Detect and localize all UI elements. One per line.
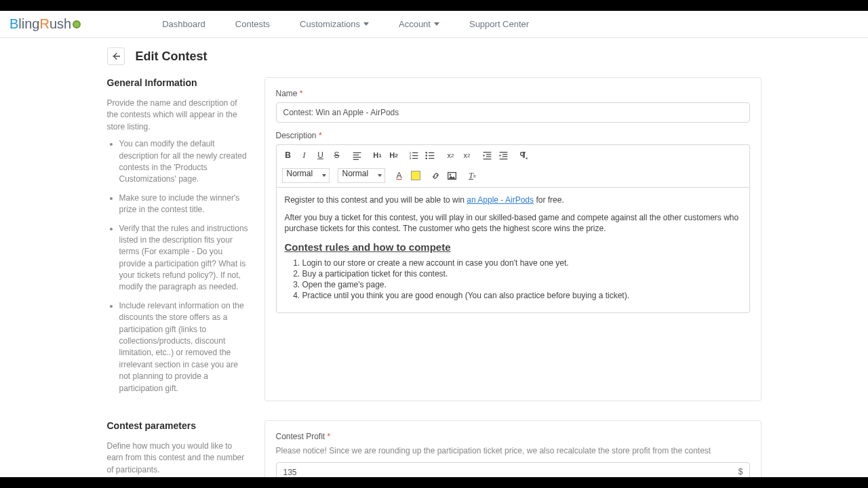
nav-account[interactable]: Account — [399, 19, 439, 29]
indent-button[interactable] — [498, 149, 510, 161]
underline-button[interactable]: U — [315, 149, 327, 161]
rule-item: Login to our store or create a new accou… — [302, 258, 741, 268]
unordered-list-button[interactable] — [425, 149, 437, 161]
svg-text:3: 3 — [410, 157, 412, 160]
size-select[interactable]: Normal — [338, 168, 385, 183]
image-icon — [447, 171, 457, 181]
svg-point-5 — [425, 157, 427, 159]
svg-point-4 — [425, 155, 427, 157]
description-editor[interactable]: Register to this contest and you will be… — [276, 187, 750, 313]
letterbox-bottom — [0, 477, 868, 488]
chevron-down-icon — [363, 22, 369, 26]
nav-support[interactable]: Support Center — [469, 19, 529, 29]
list-ul-icon — [425, 150, 435, 161]
description-label: Description * — [276, 131, 750, 140]
rule-item: Buy a participation ticket for this cont… — [302, 269, 741, 279]
main-nav: Dashboard Contests Customizations Accoun… — [162, 19, 529, 29]
back-button[interactable] — [107, 47, 125, 65]
rules-heading: Contest rules and how to compete — [285, 241, 741, 253]
arrow-left-icon — [111, 51, 121, 62]
section-intro: Provide the name and description of the … — [107, 98, 250, 133]
h2-button[interactable]: H2 — [388, 149, 400, 161]
section-intro: Define how much you would like to earn f… — [107, 441, 250, 476]
letterbox-top — [0, 0, 868, 11]
direction-icon — [519, 150, 529, 161]
info-bullet: Include relevant information on the disc… — [119, 300, 250, 394]
text-color-button[interactable]: A — [393, 169, 406, 182]
superscript-button[interactable]: x2 — [461, 149, 473, 161]
chevron-down-icon — [322, 174, 326, 177]
prize-link[interactable]: an Apple - AirPods — [467, 195, 534, 205]
profit-label: Contest Profit * — [276, 432, 750, 441]
rule-item: Practice until you think you are good en… — [302, 291, 741, 300]
chevron-down-icon — [378, 174, 382, 177]
strike-button[interactable]: S — [331, 149, 343, 161]
h1-button[interactable]: H1 — [372, 149, 384, 161]
direction-button[interactable] — [518, 149, 530, 161]
highlight-button[interactable] — [410, 169, 422, 182]
align-icon — [352, 150, 362, 161]
name-label: Name * — [276, 89, 750, 98]
ordered-list-button[interactable]: 123 — [408, 149, 420, 161]
section-heading: Contest parameters — [107, 420, 250, 431]
editor-toolbar: B I U S H1 H2 123 — [276, 144, 750, 187]
info-bullet: You can modify the default description f… — [119, 138, 250, 186]
general-info-card: Name * Description * B I U S H1 — [264, 77, 762, 401]
name-input[interactable] — [276, 102, 750, 123]
svg-point-7 — [450, 174, 452, 176]
nav-dashboard[interactable]: Dashboard — [162, 19, 205, 29]
indent-icon — [498, 150, 509, 161]
svg-point-3 — [425, 152, 427, 154]
italic-button[interactable]: I — [298, 149, 311, 161]
section-heading: General Information — [107, 77, 250, 88]
page-header: Edit Contest — [107, 47, 762, 65]
info-bullet: Verify that the rules and instructions l… — [119, 223, 250, 293]
nav-contests[interactable]: Contests — [235, 19, 270, 29]
profit-help: Please notice! Since we are rounding up … — [276, 445, 750, 457]
info-bullet: Make sure to include the winner's prize … — [119, 192, 250, 216]
page-title: Edit Contest — [136, 49, 208, 64]
align-button[interactable] — [351, 149, 363, 161]
outdent-button[interactable] — [481, 149, 494, 161]
image-button[interactable] — [446, 169, 458, 182]
currency-suffix: $ — [738, 467, 743, 476]
outdent-icon — [482, 150, 492, 161]
clear-format-button[interactable]: Tx — [467, 169, 479, 182]
nav-customizations[interactable]: Customizations — [300, 19, 369, 29]
link-icon — [431, 171, 441, 181]
brand-logo[interactable]: BlingRush — [9, 16, 81, 32]
font-select[interactable]: Normal — [282, 168, 330, 183]
chevron-down-icon — [434, 22, 439, 26]
link-button[interactable] — [430, 169, 442, 182]
subscript-button[interactable]: x2 — [445, 149, 457, 161]
bold-button[interactable]: B — [282, 149, 294, 161]
top-bar: BlingRush Dashboard Contests Customizati… — [0, 11, 868, 38]
general-info-sidebar: General Information Provide the name and… — [107, 77, 250, 401]
rule-item: Open the game's page. — [302, 280, 741, 289]
list-ol-icon: 123 — [409, 150, 419, 161]
